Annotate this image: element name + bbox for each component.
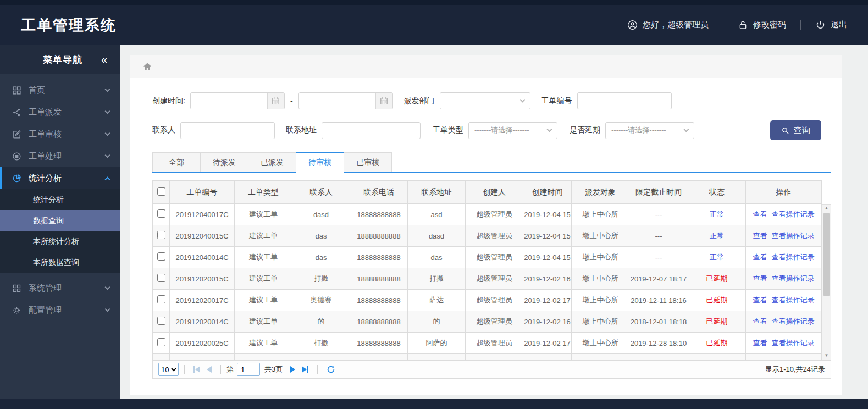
logout-button[interactable]: 退出	[815, 20, 847, 30]
sidebar-item-process[interactable]: 工单处理	[0, 145, 120, 167]
row-checkbox[interactable]	[157, 209, 165, 218]
view-link[interactable]: 查看	[753, 317, 767, 325]
refresh-icon[interactable]	[327, 365, 335, 374]
order-no-label: 工单编号	[541, 96, 572, 106]
topbar-separator	[723, 20, 723, 30]
submenu-item-data-query[interactable]: 数据查询	[0, 210, 120, 231]
view-log-link[interactable]: 查看操作记录	[772, 339, 815, 347]
cell-creator: 超级管理员	[466, 204, 523, 225]
row-checkbox[interactable]	[157, 274, 165, 282]
sidebar-item-statistics[interactable]: 统计分析	[0, 167, 120, 189]
row-checkbox[interactable]	[157, 338, 165, 346]
view-link[interactable]: 查看	[753, 339, 767, 347]
calendar-icon[interactable]	[375, 93, 392, 109]
table-wrap: 工单编号 工单类型 联系人 联系电话 联系地址 创建人 创建时间 派发对象 限定…	[152, 180, 831, 361]
cell-type: 建议工单	[235, 311, 292, 333]
cell-contact: 的	[292, 311, 350, 333]
submenu-item-branch-statistics[interactable]: 本所统计分析	[0, 231, 120, 252]
cell-contact: dasd	[292, 204, 350, 225]
cell-type: 建议工单	[235, 247, 292, 268]
tab-reviewed[interactable]: 已审核	[344, 152, 392, 172]
cell-order_no: 201912040014C	[170, 247, 235, 268]
cell-creator: 超级管理员	[466, 247, 523, 268]
calendar-icon[interactable]	[267, 93, 284, 109]
cell-created: 2019-12-04 15	[523, 247, 572, 268]
delay-value: -------请选择-------	[611, 125, 666, 135]
create-time-label: 创建时间:	[152, 96, 185, 106]
view-log-link[interactable]: 查看操作记录	[772, 296, 815, 304]
home-icon[interactable]	[142, 62, 152, 71]
sidebar-item-dispatch[interactable]: 工单派发	[0, 101, 120, 123]
scroll-down-icon[interactable]: ▼	[825, 352, 829, 360]
view-log-link[interactable]: 查看操作记录	[772, 317, 815, 325]
sidebar-item-config[interactable]: 配置管理	[0, 299, 120, 321]
submenu-item-branch-data-query[interactable]: 本所数据查询	[0, 252, 120, 273]
table-scrollbar[interactable]: ▲ ▼	[822, 204, 831, 360]
order-no-input[interactable]	[577, 92, 672, 109]
cell-type: 建议工单	[235, 333, 292, 354]
cell-type: 建议工单	[235, 268, 292, 290]
cell-type: 建议工单	[235, 225, 292, 247]
view-link[interactable]: 查看	[753, 296, 767, 304]
page-size-select[interactable]: 10	[158, 363, 179, 376]
grid-area: 工单编号 工单类型 联系人 联系电话 联系地址 创建人 创建时间 派发对象 限定…	[152, 180, 831, 379]
address-input[interactable]	[322, 122, 421, 139]
view-link[interactable]: 查看	[753, 253, 767, 261]
col-status: 状态	[688, 181, 746, 204]
row-checkbox[interactable]	[157, 231, 165, 239]
row-checkbox[interactable]	[157, 317, 165, 325]
create-time-start-input[interactable]	[191, 93, 267, 109]
chevron-down-icon	[105, 307, 110, 312]
sidebar-item-system[interactable]: 系统管理	[0, 277, 120, 299]
table-row: 201912020025C建议工单打撒18888888888阿萨的超级管理员20…	[153, 333, 822, 354]
view-log-link[interactable]: 查看操作记录	[772, 210, 815, 218]
cell-status: 正常	[688, 225, 746, 247]
dispatch-dept-select[interactable]	[440, 92, 530, 109]
sidebar-item-home[interactable]: 首页	[0, 79, 120, 101]
row-checkbox[interactable]	[157, 295, 165, 303]
query-button[interactable]: 查询	[770, 120, 821, 140]
row-checkbox[interactable]	[157, 252, 165, 261]
cell-order_no: 201912040017C	[170, 204, 235, 225]
change-password-button[interactable]: 修改密码	[738, 20, 786, 30]
prev-page-button[interactable]	[207, 366, 212, 373]
page-number-input[interactable]	[237, 363, 260, 376]
order-type-select[interactable]: -------请选择-------	[468, 122, 557, 139]
cell-phone: 18888888888	[350, 311, 408, 333]
dispatch-dept-label: 派发部门	[404, 96, 435, 106]
row-checkbox[interactable]	[157, 360, 165, 361]
tab-dispatched[interactable]: 已派发	[248, 152, 296, 172]
create-time-end-input[interactable]	[299, 93, 375, 109]
chevron-down-icon	[547, 126, 552, 132]
record-count-info: 显示1-10,共24记录	[765, 364, 825, 374]
view-log-link[interactable]: 查看操作记录	[772, 231, 815, 240]
collapse-sidebar-icon[interactable]: «	[101, 53, 107, 66]
view-log-link[interactable]: 查看操作记录	[772, 253, 815, 261]
greeting-text: 您好，超级管理员	[643, 20, 709, 30]
first-page-button[interactable]	[193, 366, 200, 373]
sidebar-item-label: 首页	[29, 85, 106, 96]
select-all-checkbox[interactable]	[157, 187, 165, 196]
next-page-button[interactable]	[290, 366, 295, 373]
contact-input[interactable]	[180, 122, 275, 139]
tab-all[interactable]: 全部	[152, 152, 201, 172]
submenu-item-statistics[interactable]: 统计分析	[0, 189, 120, 210]
sidebar-menu: 首页 工单派发 工单审核 工单处理 统计分析 统计分析 数据查询 本所统计分析	[0, 79, 120, 321]
scrollbar-thumb[interactable]	[823, 213, 830, 296]
col-deadline: 限定截止时间	[629, 181, 688, 204]
view-log-link[interactable]: 查看操作记录	[772, 274, 815, 283]
view-link[interactable]: 查看	[753, 210, 767, 218]
cell-order_no: 201912020015C	[170, 268, 235, 290]
delay-select[interactable]: -------请选择-------	[605, 122, 694, 139]
sidebar-item-review[interactable]: 工单审核	[0, 123, 120, 145]
scroll-up-icon[interactable]: ▲	[825, 204, 829, 212]
user-greeting[interactable]: 您好，超级管理员	[627, 20, 709, 30]
view-link[interactable]: 查看	[753, 274, 767, 283]
process-circle-icon	[12, 152, 21, 161]
tab-pending-review[interactable]: 待审核	[296, 152, 344, 173]
view-link[interactable]: 查看	[753, 231, 767, 240]
filter-row-2: 联系人 联系地址 工单类型 -------请选择------- 是否延期 ---…	[152, 120, 831, 140]
cell-deadline: ---	[629, 204, 688, 225]
last-page-button[interactable]	[302, 366, 308, 373]
tab-pending-dispatch[interactable]: 待派发	[200, 152, 248, 172]
